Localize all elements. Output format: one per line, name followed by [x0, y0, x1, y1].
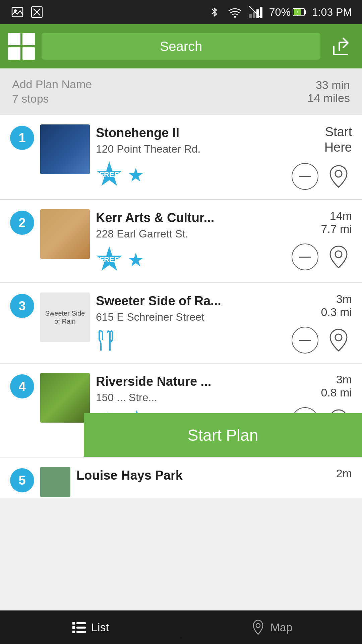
battery-indicator: 70%: [269, 6, 306, 18]
stop-thumbnail-1: [40, 124, 90, 174]
map-nav-icon: [251, 619, 265, 636]
stop-thumbnail-5: [40, 467, 70, 497]
start-plan-overlay[interactable]: Start Plan: [84, 413, 362, 457]
nav-map-label: Map: [270, 621, 292, 634]
svg-rect-29: [72, 626, 75, 629]
stop-name-5: Louise Hays Park: [76, 468, 286, 483]
svg-rect-6: [249, 14, 252, 18]
bottom-navigation: List Map: [0, 610, 362, 644]
location-pin-button-2[interactable]: [325, 244, 352, 270]
stop-distance-4: 0.8 mi: [321, 386, 352, 399]
svg-rect-27: [72, 622, 75, 625]
stop-item-5-partial: 5 Louise Hays Park 2m: [0, 458, 362, 498]
wifi-icon: [228, 5, 242, 19]
plan-name[interactable]: Add Plan Name: [12, 78, 92, 91]
star-icon-1[interactable]: ★: [127, 164, 144, 186]
plan-info-bar: Add Plan Name 7 stops 33 min 14 miles: [0, 68, 362, 115]
remove-stop-button-1[interactable]: [292, 163, 318, 190]
list-nav-icon: [72, 621, 86, 634]
svg-point-1: [14, 9, 17, 12]
plan-duration: 33 min: [307, 78, 350, 92]
plan-stops: 7 stops: [12, 92, 92, 105]
stop-name-1: Stonehenge II: [96, 126, 286, 140]
stop-duration-5: 2m: [336, 467, 352, 480]
svg-rect-9: [260, 7, 262, 18]
stop-item-2: 2 Kerr Arts & Cultur... 228 Earl Garrett…: [0, 200, 362, 283]
svg-rect-32: [76, 631, 86, 633]
nav-tab-list[interactable]: List: [0, 610, 181, 644]
search-bar-text: Search: [160, 39, 202, 54]
stop-duration-2: 14m: [321, 209, 352, 222]
stop-number-badge-5: 5: [10, 468, 34, 492]
remove-stop-button-3[interactable]: [292, 327, 318, 354]
nav-list-label: List: [91, 621, 109, 634]
svg-rect-31: [72, 631, 75, 633]
stop-distance-2: 7.7 mi: [321, 222, 352, 235]
stop-item-4: 4 Riverside Nature ... 150 ... Stre... F…: [0, 364, 362, 458]
status-bar: 70% 1:03 PM: [0, 0, 362, 24]
start-plan-button[interactable]: Start Plan: [188, 426, 258, 444]
bluetooth-icon: [207, 5, 222, 19]
stop-name-3: Sweeter Side of Ra...: [96, 294, 286, 308]
stop-number-badge-2: 2: [10, 211, 34, 235]
stop-thumbnail-4: [40, 373, 90, 423]
stop-item-1: 1 Stonehenge II 120 Point Theater Rd. FR…: [0, 115, 362, 200]
svg-point-33: [256, 624, 260, 628]
svg-rect-7: [253, 12, 255, 18]
location-pin-button-1[interactable]: [325, 163, 352, 190]
nav-tab-map[interactable]: Map: [181, 610, 362, 644]
svg-point-20: [335, 334, 342, 341]
stop-item-3: 3 Sweeter Side of Rain Sweeter Side of R…: [0, 283, 362, 364]
stop-name-2: Kerr Arts & Cultur...: [96, 211, 286, 225]
stop-thumbnail-2: [40, 209, 90, 259]
stop-duration-4: 3m: [321, 373, 352, 386]
search-bar[interactable]: Search: [42, 33, 320, 60]
share-icon[interactable]: [327, 33, 354, 60]
star-icon-2[interactable]: ★: [127, 249, 144, 271]
stop-start-label-1: StartHere: [324, 124, 352, 155]
image-status-icon: [10, 5, 25, 19]
stop-address-4: 150 ... Stre...: [96, 391, 286, 404]
stop-number-badge-3: 3: [10, 294, 34, 318]
svg-rect-30: [76, 627, 86, 629]
svg-point-5: [234, 16, 236, 18]
svg-rect-28: [76, 622, 86, 624]
stop-name-4: Riverside Nature ...: [96, 374, 286, 389]
stop-duration-3: 3m: [321, 292, 352, 306]
x-status-icon: [29, 5, 44, 19]
stop-number-badge-1: 1: [10, 126, 34, 150]
remove-stop-button-2[interactable]: [292, 244, 318, 270]
stop-number-badge-4: 4: [10, 374, 34, 398]
svg-point-16: [335, 251, 342, 258]
battery-text: 70%: [269, 6, 291, 18]
plan-miles: 14 miles: [307, 92, 350, 105]
status-time: 1:03 PM: [312, 6, 352, 18]
signal-icon: [248, 5, 263, 19]
svg-rect-12: [304, 10, 306, 14]
free-badge-1: FREE: [96, 161, 123, 188]
free-badge-2: FREE: [96, 246, 123, 273]
header: Search: [0, 24, 362, 68]
grid-menu-icon[interactable]: [8, 33, 35, 60]
restaurant-icon: [96, 329, 116, 353]
svg-point-15: [335, 170, 342, 177]
stop-address-2: 228 Earl Garrett St.: [96, 228, 286, 240]
stop-address-1: 120 Point Theater Rd.: [96, 143, 286, 155]
location-pin-button-3[interactable]: [325, 327, 352, 354]
stop-address-3: 615 E Schreiner Street: [96, 311, 286, 323]
stop-thumbnail-3: Sweeter Side of Rain: [40, 292, 90, 342]
stop-distance-3: 0.3 mi: [321, 306, 352, 319]
